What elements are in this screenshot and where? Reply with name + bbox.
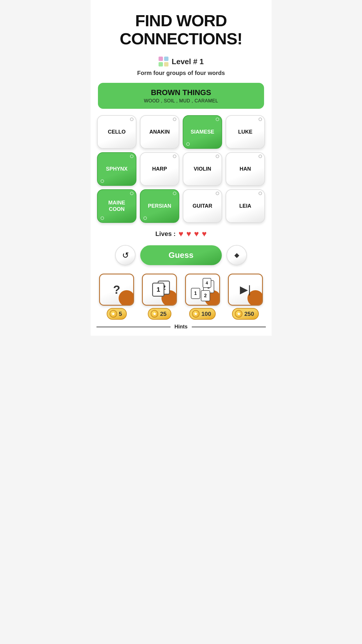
heart-2: ♥: [186, 229, 191, 239]
guess-button[interactable]: Guess: [140, 245, 222, 265]
tile-harp[interactable]: HARP: [140, 152, 179, 186]
hints-label: Hints: [171, 324, 192, 330]
tile-han[interactable]: HAN: [226, 152, 265, 186]
hints-line-left: [96, 327, 171, 327]
heart-3: ♥: [194, 229, 199, 239]
hint-cost-2: ★ 25: [148, 308, 171, 320]
hint-item-1: ? ★ 5: [96, 274, 137, 320]
tile-cello[interactable]: CELLO: [97, 115, 136, 149]
level-text: Level # 1: [172, 57, 204, 66]
coin-icon-3: ★: [192, 310, 200, 318]
tile-luke[interactable]: LUKE: [226, 115, 265, 149]
hints-section: ? ★ 5: [91, 274, 272, 330]
coin-icon-4: ★: [235, 310, 242, 318]
hint-item-3: 3 4 1 2: [182, 274, 223, 320]
heart-4: ♥: [202, 229, 207, 239]
lives-label: Lives :: [155, 230, 176, 238]
solved-group-card: BROWN THINGS WOOD , SOIL , MUD , CARAMEL: [98, 83, 264, 109]
coin-badge-3: ★ 100: [189, 308, 216, 320]
number123-icon: 3 4 1 2: [191, 280, 214, 299]
solved-group-title: BROWN THINGS: [107, 88, 255, 97]
svg-rect-2: [159, 62, 163, 66]
coin-badge-1: ★ 5: [107, 308, 127, 320]
tile-maine-coon[interactable]: MAINECOON: [97, 189, 136, 223]
hints-label-row: Hints: [96, 324, 266, 330]
svg-rect-3: [164, 62, 168, 66]
hint-card-question[interactable]: ?: [99, 274, 134, 306]
word-grid: CELLO ANAKIN SIAMESE LUKE SPHYNX HARP VI…: [97, 115, 265, 223]
hint-1-cost: 5: [119, 311, 122, 317]
page-title: FIND WORD CONNECTIONS!: [120, 12, 242, 48]
hints-grid: ? ★ 5: [96, 274, 266, 320]
hint-cost-4: ★ 250: [232, 308, 259, 320]
play-icon: ▶|: [240, 284, 251, 296]
hint-item-2: 2 1 ★ 25: [139, 274, 180, 320]
tile-guitar[interactable]: GUITAR: [183, 189, 222, 223]
hint-cost-3: ★ 100: [189, 308, 216, 320]
number12-icon: 2 1: [149, 282, 170, 298]
svg-rect-0: [159, 57, 163, 61]
coin-icon-1: ★: [110, 310, 117, 318]
tile-persian[interactable]: PERSIAN: [140, 189, 179, 223]
svg-rect-1: [164, 57, 168, 61]
tile-leia[interactable]: LEIA: [226, 189, 265, 223]
hint-4-cost: 250: [244, 311, 254, 317]
hint-card-123[interactable]: 3 4 1 2: [185, 274, 220, 306]
tile-anakin[interactable]: ANAKIN: [140, 115, 179, 149]
lives-row: Lives : ♥ ♥ ♥ ♥: [155, 229, 207, 239]
erase-icon: ◆: [234, 251, 239, 259]
heart-1: ♥: [179, 229, 184, 239]
tile-violin[interactable]: VIOLIN: [183, 152, 222, 186]
coin-icon-2: ★: [151, 310, 158, 318]
subtitle: Form four groups of four words: [137, 70, 225, 76]
grid-icon: [158, 56, 169, 67]
level-row: Level # 1: [158, 56, 204, 67]
shuffle-icon: ↺: [122, 251, 129, 260]
hints-line-right: [192, 327, 266, 327]
coin-badge-2: ★ 25: [148, 308, 171, 320]
hint-3-cost: 100: [201, 311, 211, 317]
app-container: FIND WORD CONNECTIONS! Level # 1 Form fo…: [91, 0, 272, 336]
tile-sphynx[interactable]: SPHYNX: [97, 152, 136, 186]
hint-card-12[interactable]: 2 1: [142, 274, 177, 306]
hint-card-play[interactable]: ▶|: [228, 274, 263, 306]
question-mark-icon: ?: [113, 283, 120, 296]
controls-row: ↺ Guess ◆: [115, 245, 247, 265]
hint-2-cost: 25: [160, 311, 166, 317]
shuffle-button[interactable]: ↺: [115, 245, 136, 265]
coin-badge-4: ★ 250: [232, 308, 259, 320]
solved-group-words: WOOD , SOIL , MUD , CARAMEL: [107, 98, 255, 104]
erase-button[interactable]: ◆: [226, 245, 247, 265]
hint-cost-1: ★ 5: [107, 308, 127, 320]
tile-siamese[interactable]: SIAMESE: [183, 115, 222, 149]
hint-item-4: ▶| ★ 250: [225, 274, 266, 320]
